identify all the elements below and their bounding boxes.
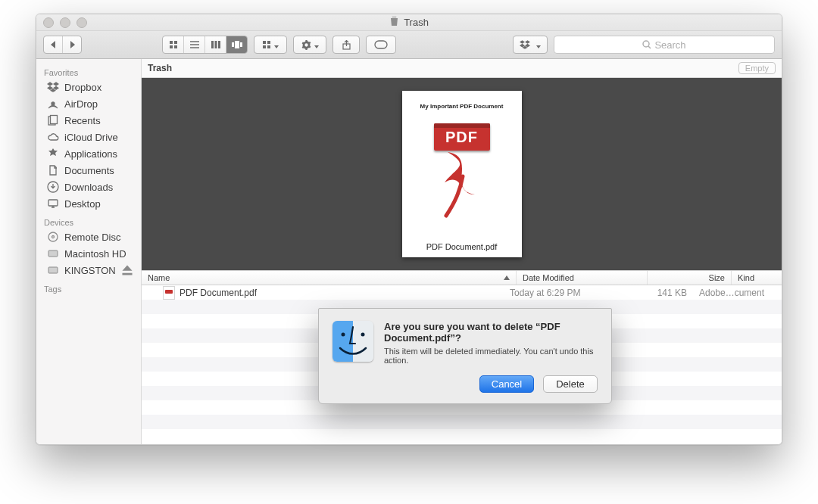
pdf-icon: PDF — [434, 123, 490, 220]
preview-doc-title: My Important PDF Document — [420, 103, 504, 110]
view-mode-group — [162, 36, 248, 54]
file-size: 141 KB — [622, 288, 693, 298]
svg-rect-25 — [48, 200, 58, 206]
minimize-window-button[interactable] — [60, 17, 70, 28]
svg-point-26 — [48, 232, 58, 241]
finder-icon — [333, 321, 373, 362]
search-placeholder: Search — [654, 39, 685, 51]
sidebar-item-label: iCloud Drive — [64, 132, 118, 143]
sidebar-item-icloud[interactable]: iCloud Drive — [36, 129, 141, 145]
delete-confirmation-dialog: Are you sure you want to delete “PDF Doc… — [318, 308, 612, 404]
sidebar-item-label: Downloads — [64, 182, 113, 193]
sidebar-item-label: Applications — [64, 148, 117, 160]
svg-rect-8 — [214, 41, 217, 48]
toolbar: Search — [36, 31, 782, 59]
sidebar-item-label: AirDrop — [64, 98, 98, 110]
back-button[interactable] — [44, 36, 63, 53]
forward-button[interactable] — [63, 36, 81, 53]
dialog-heading: Are you sure you want to delete “PDF Doc… — [384, 321, 598, 344]
sidebar-item-downloads[interactable]: Downloads — [36, 179, 141, 195]
svg-rect-10 — [232, 42, 234, 47]
column-header-kind[interactable]: Kind — [732, 271, 782, 285]
column-header-size[interactable]: Size — [648, 271, 732, 285]
sidebar-item-applications[interactable]: Applications — [36, 145, 141, 162]
sidebar-item-label: Macintosh HD — [64, 248, 126, 260]
dropbox-icon — [47, 81, 59, 93]
svg-rect-0 — [170, 41, 173, 44]
svg-rect-13 — [263, 41, 266, 44]
svg-point-27 — [52, 236, 55, 238]
list-view-button[interactable] — [184, 36, 205, 53]
titlebar: Trash — [36, 14, 782, 31]
external-drive-icon — [47, 264, 59, 276]
sidebar-item-remote-disc[interactable]: Remote Disc — [36, 229, 141, 245]
action-menu[interactable] — [293, 36, 326, 54]
column-view-button[interactable] — [205, 36, 226, 53]
sidebar: Favorites Dropbox AirDrop Recents iCloud… — [36, 59, 142, 444]
svg-rect-11 — [235, 41, 239, 48]
pdf-file-icon — [163, 286, 175, 300]
sidebar-item-airdrop[interactable]: AirDrop — [36, 95, 141, 112]
sidebar-heading-tags: Tags — [36, 278, 141, 295]
coverflow-view-button[interactable] — [226, 36, 247, 53]
close-window-button[interactable] — [43, 17, 54, 28]
sidebar-item-kingston[interactable]: KINGSTON — [36, 262, 141, 278]
preview-filename: PDF Document.pdf — [426, 242, 498, 251]
sidebar-item-macintosh-hd[interactable]: Macintosh HD — [36, 245, 141, 262]
empty-trash-button[interactable]: Empty — [738, 62, 776, 74]
chevron-down-icon — [271, 39, 279, 51]
svg-rect-7 — [211, 41, 214, 48]
search-icon — [642, 40, 651, 49]
coverflow-preview[interactable]: My Important PDF Document PDF PDF Docume… — [142, 78, 782, 270]
sidebar-item-label: Documents — [64, 165, 114, 176]
sidebar-item-label: Dropbox — [64, 82, 101, 93]
sidebar-item-recents[interactable]: Recents — [36, 112, 141, 129]
column-header-date[interactable]: Date Modified — [517, 271, 648, 285]
hdd-icon — [47, 247, 59, 260]
window-title: Trash — [404, 17, 429, 28]
sidebar-item-desktop[interactable]: Desktop — [36, 195, 141, 212]
svg-point-21 — [52, 102, 55, 105]
svg-rect-12 — [240, 42, 242, 47]
svg-rect-29 — [48, 267, 58, 273]
zoom-window-button[interactable] — [76, 17, 87, 28]
downloads-icon — [47, 181, 59, 193]
svg-rect-28 — [48, 250, 58, 257]
documents-icon — [47, 164, 59, 176]
search-input[interactable]: Search — [554, 36, 775, 54]
svg-point-30 — [342, 333, 345, 337]
table-row[interactable]: PDF Document.pdf Today at 6:29 PM 141 KB… — [142, 285, 782, 300]
sidebar-item-dropbox[interactable]: Dropbox — [36, 79, 141, 95]
window-controls — [43, 17, 87, 28]
file-name: PDF Document.pdf — [180, 288, 257, 298]
trash-icon — [389, 16, 399, 29]
sort-asc-icon — [504, 275, 510, 280]
arrange-menu[interactable] — [254, 36, 287, 54]
sidebar-item-label: KINGSTON — [64, 265, 116, 276]
column-header-name[interactable]: Name — [142, 271, 517, 285]
svg-rect-23 — [51, 116, 58, 124]
recents-icon — [47, 114, 59, 126]
sidebar-item-label: Remote Disc — [64, 232, 120, 243]
sidebar-item-documents[interactable]: Documents — [36, 162, 141, 179]
eject-icon[interactable] — [121, 264, 133, 276]
tags-button[interactable] — [366, 36, 396, 54]
svg-point-31 — [361, 333, 365, 337]
svg-rect-18 — [375, 41, 387, 48]
svg-rect-9 — [218, 41, 220, 48]
location-bar: Trash Empty — [142, 59, 782, 78]
dropbox-menu[interactable] — [513, 36, 548, 54]
file-preview-thumbnail[interactable]: My Important PDF Document PDF PDF Docume… — [402, 91, 522, 257]
svg-rect-15 — [263, 45, 266, 48]
share-button[interactable] — [333, 36, 360, 54]
sidebar-heading-favorites: Favorites — [36, 62, 141, 79]
applications-icon — [47, 148, 59, 160]
cancel-button[interactable]: Cancel — [479, 375, 534, 393]
svg-rect-1 — [174, 41, 177, 44]
sidebar-item-label: Recents — [64, 115, 101, 126]
icon-view-button[interactable] — [163, 36, 184, 53]
desktop-icon — [47, 198, 59, 210]
svg-rect-3 — [174, 45, 177, 48]
file-kind: Adobe…cument — [693, 288, 782, 298]
delete-button[interactable]: Delete — [543, 375, 598, 393]
